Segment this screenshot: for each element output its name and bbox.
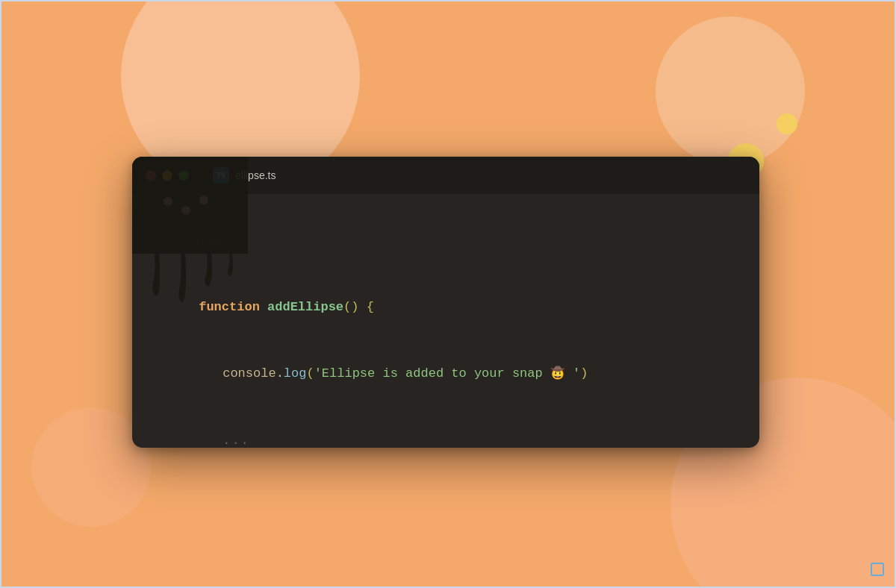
log-method: log (284, 366, 307, 381)
log-string: 'Ellipse is added to your snap (314, 366, 550, 381)
tab-filename[interactable]: ellipse.ts (235, 169, 276, 181)
emoji: 🤠 (550, 367, 565, 381)
space (358, 300, 366, 314)
code-line-dots-top: ··· (153, 207, 738, 274)
code-line-console: console.log('Ellipse is added to your sn… (153, 341, 738, 407)
bg-blob-top-right (656, 16, 805, 166)
inner-dots: ... (223, 434, 250, 448)
log-paren: ( (306, 366, 314, 381)
dot-separator: . (276, 366, 284, 381)
paren-open: () (343, 300, 358, 314)
typescript-badge: TS (213, 167, 229, 184)
brace-open: { (367, 300, 374, 314)
console-obj: console (223, 366, 276, 381)
line-dots-top: ··· (199, 234, 226, 248)
code-line-function: function addEllipse() { (153, 274, 738, 340)
code-area: ··· function addEllipse() { console.log(… (132, 194, 759, 448)
code-line-inner-dots: ... (153, 407, 738, 448)
editor-window: TS ellipse.ts ··· function addEllipse() … (132, 157, 759, 448)
log-paren-close: ) (580, 366, 588, 381)
traffic-lights (146, 170, 189, 181)
bg-blob-yellow-small (777, 113, 797, 134)
log-string-end: ' (565, 366, 580, 381)
indent-dots (199, 430, 223, 448)
function-name: addEllipse (267, 300, 343, 314)
tab-area: TS ellipse.ts (213, 167, 276, 184)
keyword-function: function (199, 300, 267, 314)
title-bar: TS ellipse.ts (132, 157, 759, 194)
maximize-button[interactable] (178, 170, 189, 181)
indent-space (199, 363, 223, 385)
corner-indicator (871, 563, 884, 576)
close-button[interactable] (146, 170, 156, 181)
minimize-button[interactable] (162, 170, 172, 181)
